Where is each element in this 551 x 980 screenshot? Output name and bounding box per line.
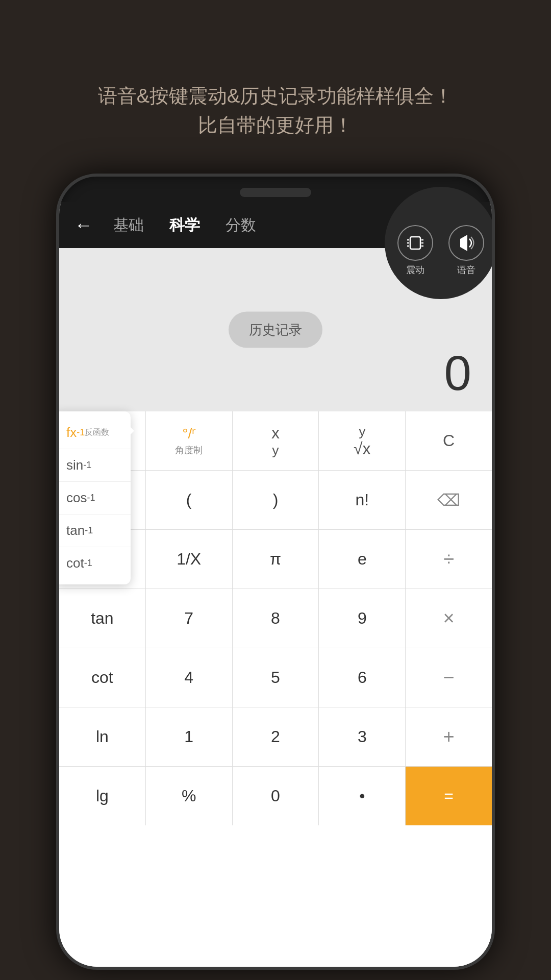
display-value: 0 [444,345,471,401]
popup-item-cot-inverse[interactable]: cot-1 [56,547,131,579]
top-bar: ← 基础 科学 分数 [59,202,492,248]
key-add[interactable]: + [406,707,492,766]
key-cot[interactable]: cot [59,648,146,707]
tab-fraction[interactable]: 分数 [226,215,256,236]
key-row-4: tan 7 8 9 × [59,589,492,648]
key-lg[interactable]: lg [59,767,146,825]
back-button[interactable]: ← [74,214,93,236]
promo-line1: 语音&按键震动&历史记录功能样样俱全！ [41,82,510,111]
key-multiply[interactable]: × [406,589,492,648]
vibration-icon [397,225,433,261]
key-8[interactable]: 8 [233,589,319,648]
key-6[interactable]: 6 [319,648,406,707]
popup-item-cos-inverse[interactable]: cos-1 [56,482,131,514]
tab-science[interactable]: 科学 [169,215,200,236]
key-row-5: cot 4 5 6 − [59,648,492,707]
key-1[interactable]: 1 [146,707,233,766]
key-open-paren[interactable]: ( [146,471,233,529]
key-root[interactable]: y√x [319,411,406,470]
calculator-app: ← 基础 科学 分数 [59,202,492,970]
promo-line2: 比自带的更好用！ [41,111,510,140]
keyboard: fx-1 反函数 sin-1 cos-1 tan-1 cot-1 fx 函数 °… [59,411,492,970]
popup-item-tan-inverse[interactable]: tan-1 [56,514,131,547]
key-factorial[interactable]: n! [319,471,406,529]
inverse-functions-popup: fx-1 反函数 sin-1 cos-1 tan-1 cot-1 [56,411,131,584]
key-9[interactable]: 9 [319,589,406,648]
key-5[interactable]: 5 [233,648,319,707]
phone-frame: ← 基础 科学 分数 [56,174,495,970]
key-row-6: ln 1 2 3 + [59,707,492,767]
voice-label: 语音 [457,264,475,276]
key-4[interactable]: 4 [146,648,233,707]
key-subtract[interactable]: − [406,648,492,707]
svg-rect-0 [410,237,420,249]
vibration-button[interactable]: 震动 [397,225,433,276]
key-percent[interactable]: % [146,767,233,825]
key-0[interactable]: 0 [233,767,319,825]
voice-button[interactable]: 语音 [448,225,484,276]
backspace-icon: ⌫ [437,491,460,510]
key-dot[interactable]: • [319,767,406,825]
key-2[interactable]: 2 [233,707,319,766]
key-backspace[interactable]: ⌫ [406,471,492,529]
history-button[interactable]: 历史记录 [229,312,322,348]
key-ln[interactable]: ln [59,707,146,766]
key-reciprocal[interactable]: 1/X [146,530,233,589]
key-tan[interactable]: tan [59,589,146,648]
key-equals[interactable]: = [406,767,492,825]
key-7[interactable]: 7 [146,589,233,648]
top-icons-panel: 震动 语音 [385,187,495,299]
vibration-label: 震动 [406,264,424,276]
voice-icon [448,225,484,261]
svg-marker-7 [460,235,467,251]
key-3[interactable]: 3 [319,707,406,766]
key-row-7: lg % 0 • = [59,767,492,825]
key-close-paren[interactable]: ) [233,471,319,529]
key-pi[interactable]: π [233,530,319,589]
phone-speaker [240,188,311,197]
key-e[interactable]: e [319,530,406,589]
key-angle[interactable]: °/ʳ 角度制 [146,411,233,470]
promo-text: 语音&按键震动&历史记录功能样样俱全！ 比自带的更好用！ [0,0,551,170]
key-divide[interactable]: ÷ [406,530,492,589]
tab-basic[interactable]: 基础 [113,215,144,236]
key-power[interactable]: xy [233,411,319,470]
popup-item-sin-inverse[interactable]: sin-1 [56,449,131,482]
popup-item-fx-inverse[interactable]: fx-1 反函数 [56,416,131,449]
key-clear[interactable]: C [406,411,492,470]
